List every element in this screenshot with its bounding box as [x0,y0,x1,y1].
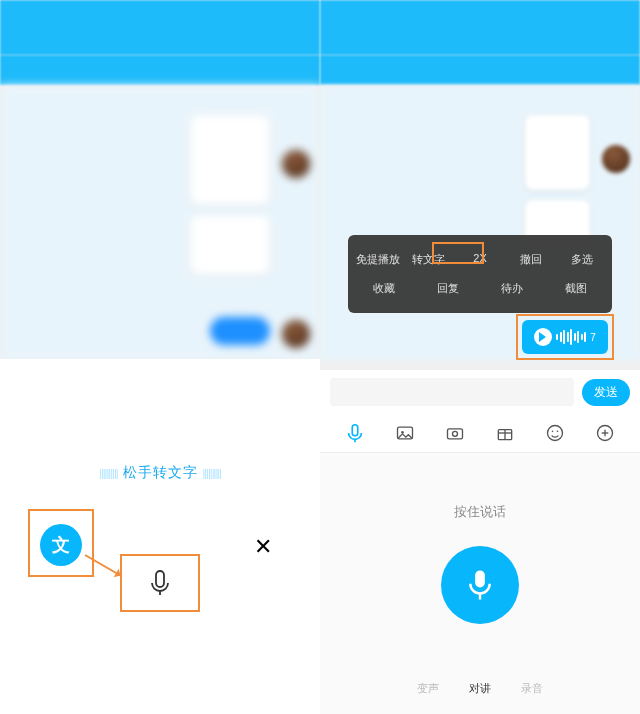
wave-decoration-icon: |||||||||| [202,467,221,479]
hint-text: 松手转文字 [123,464,198,480]
svg-point-12 [552,431,554,433]
voice-record-panel: 按住说话 变声 对讲 录音 [320,452,640,714]
avatar [602,145,630,173]
chat-subheader [320,55,640,85]
message-card [190,215,270,275]
highlight-box-mic [120,554,200,612]
wave-decoration-icon: |||||||||| [99,467,118,479]
svg-rect-0 [156,571,164,587]
emoji-icon[interactable] [544,422,566,444]
menu-item-screenshot[interactable]: 截图 [544,279,608,298]
mode-change-voice[interactable]: 变声 [417,681,439,696]
left-screen: |||||||||| 松手转文字 |||||||||| 文 ✕ [0,0,320,714]
highlight-box-menu-item [432,242,484,264]
menu-item-recall[interactable]: 撤回 [506,250,557,269]
microphone-icon [148,569,172,597]
chat-header [0,0,320,55]
menu-item-speaker[interactable]: 免提播放 [352,250,403,269]
chat-subheader [0,55,320,85]
convert-to-text-button[interactable]: 文 [40,524,82,566]
menu-item-multiselect[interactable]: 多选 [557,250,608,269]
message-context-menu: 免提播放 转文字 2X 撤回 多选 收藏 回复 待办 截图 [348,235,612,313]
record-button[interactable] [441,546,519,624]
voice-input-panel: |||||||||| 松手转文字 |||||||||| 文 ✕ [0,359,320,714]
gift-icon[interactable] [494,422,516,444]
send-button[interactable]: 发送 [582,379,630,406]
menu-item-todo[interactable]: 待办 [480,279,544,298]
svg-point-11 [548,426,563,441]
mode-intercom[interactable]: 对讲 [469,681,491,696]
mode-record[interactable]: 录音 [521,681,543,696]
svg-point-7 [453,431,458,436]
svg-point-13 [557,431,559,433]
hold-to-speak-label: 按住说话 [454,503,506,521]
message-card [525,115,590,190]
highlight-box-voice-message [516,314,614,360]
sent-bubble [210,317,270,345]
cancel-button[interactable]: ✕ [254,534,272,560]
svg-rect-17 [475,570,485,587]
text-input-row: 发送 [320,370,640,414]
right-screen: 免提播放 转文字 2X 撤回 多选 收藏 回复 待办 截图 7 发送 [320,0,640,714]
camera-icon[interactable] [444,422,466,444]
svg-rect-6 [448,429,463,439]
image-icon[interactable] [394,422,416,444]
chat-header [320,0,640,55]
voice-mode-tabs: 变声 对讲 录音 [417,681,543,696]
menu-item-reply[interactable]: 回复 [416,279,480,298]
microphone-icon [465,568,495,602]
avatar [282,150,310,178]
message-card [190,115,270,205]
plus-icon[interactable] [594,422,616,444]
chat-history-blurred [0,85,320,360]
release-hint: |||||||||| 松手转文字 |||||||||| [0,464,320,482]
avatar [282,320,310,348]
input-area: 发送 按住说话 [320,370,640,714]
menu-item-favorite[interactable]: 收藏 [352,279,416,298]
message-input[interactable] [330,378,574,406]
voice-tab-icon[interactable] [344,422,366,444]
svg-rect-2 [352,425,358,436]
toolbar [320,414,640,452]
